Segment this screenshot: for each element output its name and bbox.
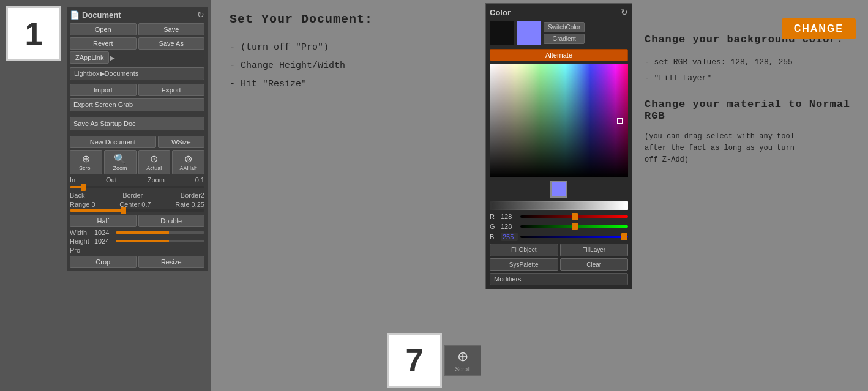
aahalf-label: AAHalf: [180, 165, 197, 171]
zapp-link-button[interactable]: ZAppLink: [70, 51, 109, 64]
left-panel: 1 📄 Document ↻ Open Save Revert Save As …: [0, 0, 211, 391]
color-refresh-icon[interactable]: ↻: [621, 7, 628, 17]
r-slider[interactable]: [520, 215, 628, 218]
instruction-title: Set Your Document:: [230, 12, 464, 26]
instruction-section: Set Your Document: - (turn off "Pro") - …: [211, 0, 482, 391]
color-section: Color ↻ SwitchColor Gradient Alternate: [482, 0, 635, 391]
actual-button[interactable]: ⊙ Actual: [138, 150, 171, 174]
actual-icon: ⊙: [150, 153, 158, 165]
scroll-button[interactable]: ⊕ Scroll: [70, 150, 102, 174]
back-label: Back: [70, 192, 84, 199]
b-slider[interactable]: [520, 236, 628, 238]
background-slider-track[interactable]: [70, 209, 204, 212]
color-picker-area[interactable]: [490, 64, 628, 177]
aahalf-button[interactable]: ⊚ AAHalf: [172, 150, 204, 174]
save-button[interactable]: Save: [138, 23, 205, 35]
wsize-button[interactable]: WSize: [158, 136, 204, 148]
crop-resize-row: Crop Resize: [70, 256, 204, 268]
height-label: Height: [70, 237, 94, 245]
fill-layer-button[interactable]: FillLayer: [560, 244, 629, 256]
width-slider[interactable]: [116, 231, 204, 234]
revert-button[interactable]: Revert: [70, 37, 137, 50]
switch-color-button[interactable]: SwitchColor: [544, 22, 585, 32]
double-button[interactable]: Double: [138, 215, 205, 227]
export-screen-grab-button[interactable]: Export Screen Grab: [70, 98, 204, 111]
step3-box: 7: [387, 333, 442, 388]
preview-swatch-row: [490, 181, 628, 198]
right-title-2: Change your material to Normal RGB: [645, 99, 859, 122]
half-button[interactable]: Half: [70, 215, 137, 227]
export-button[interactable]: Export: [138, 84, 205, 96]
zoom-button[interactable]: 🔍 Zoom: [104, 150, 137, 174]
color-panel: Color ↻ SwitchColor Gradient Alternate: [485, 3, 632, 289]
width-label: Width: [70, 229, 94, 236]
rgb-g-row: G 128: [490, 223, 628, 230]
save-as-button[interactable]: Save As: [138, 37, 205, 50]
g-slider[interactable]: [520, 225, 628, 228]
height-slider[interactable]: [116, 240, 204, 242]
instruction-item-2: - Change Height/Width: [230, 57, 464, 75]
scroll-label: Scroll: [79, 165, 93, 171]
out-label: Out: [106, 176, 117, 184]
doc-refresh-icon[interactable]: ↻: [197, 10, 204, 20]
open-button[interactable]: Open: [70, 23, 137, 35]
import-button[interactable]: Import: [70, 84, 137, 96]
color-swatch-blue[interactable]: [517, 21, 541, 45]
in-label: In: [70, 176, 75, 184]
g-thumb[interactable]: [572, 223, 578, 230]
b-label: B: [490, 233, 498, 240]
change-button[interactable]: CHANGE: [782, 18, 856, 39]
modifiers-button[interactable]: Modifiers: [490, 273, 628, 285]
scroll-icon-large: ⊕: [457, 349, 468, 365]
zoom-value: 0.1: [195, 176, 204, 184]
back-border-row: Back Border Border2: [70, 192, 204, 199]
g-label: G: [490, 223, 498, 230]
height-row: Height 1024: [70, 237, 204, 245]
width-value: 1024: [94, 229, 116, 236]
preview-swatch[interactable]: [550, 181, 567, 198]
scroll-icon-box[interactable]: ⊕ Scroll: [444, 345, 481, 376]
range-center-rate-row: Range 0 Center 0.7 Rate 0.25: [70, 201, 204, 208]
new-document-button[interactable]: New Document: [70, 136, 156, 148]
right-item-1: - set RGB values: 128, 128, 255: [645, 54, 859, 70]
sys-palette-button[interactable]: SysPalette: [490, 258, 558, 271]
right-subtext: (you can drag select with any tool after…: [645, 131, 859, 166]
doc-icon: 📄: [70, 10, 80, 20]
lightbox-button[interactable]: Lightbox▶Documents: [70, 67, 204, 80]
gradient-button[interactable]: Gradient: [544, 34, 585, 44]
zapp-arrow-icon: ▶: [110, 54, 115, 61]
zapp-row: ZAppLink ▶: [70, 51, 204, 64]
b-value: 255: [501, 233, 518, 241]
grayscale-slider-row[interactable]: [490, 201, 628, 210]
step1-box: 1: [6, 6, 61, 61]
right-item-2: - "Fill Layer": [645, 70, 859, 86]
color-picker-handle[interactable]: [617, 118, 623, 124]
alternate-button[interactable]: Alternate: [490, 49, 628, 61]
background-slider-fill: [70, 209, 124, 212]
rate-label: Rate 0.25: [175, 201, 204, 208]
b-thumb[interactable]: [621, 233, 627, 240]
clear-button[interactable]: Clear: [560, 258, 629, 271]
color-swatch-black[interactable]: [490, 21, 514, 45]
import-export-row: Import Export: [70, 84, 204, 96]
doc-title-label: Document: [82, 10, 121, 20]
crop-button[interactable]: Crop: [70, 256, 137, 268]
bottom-step-area: 7 ⊕ Scroll: [387, 333, 481, 388]
zoom-slider-track[interactable]: [70, 186, 204, 188]
grayscale-track: [492, 202, 626, 209]
color-picker-black: [490, 64, 628, 177]
color-panel-header: Color ↻: [490, 7, 628, 17]
right-subtext-content: (you can drag select with any tool after…: [645, 131, 859, 166]
main-wrapper: 1 📄 Document ↻ Open Save Revert Save As …: [0, 0, 868, 391]
zoom-icon: 🔍: [114, 153, 126, 165]
fill-object-button[interactable]: FillObject: [490, 244, 558, 256]
resize-button[interactable]: Resize: [138, 256, 205, 268]
zoom-slider-thumb[interactable]: [81, 184, 86, 191]
r-thumb[interactable]: [572, 213, 578, 220]
pro-label: Pro: [70, 247, 204, 254]
instruction-item-3: - Hit "Resize": [230, 75, 464, 94]
open-save-row: Open Save: [70, 23, 204, 35]
background-slider-thumb[interactable]: [121, 207, 126, 214]
revert-saveas-row: Revert Save As: [70, 37, 204, 50]
save-as-startup-doc-button[interactable]: Save As Startup Doc: [70, 117, 204, 130]
